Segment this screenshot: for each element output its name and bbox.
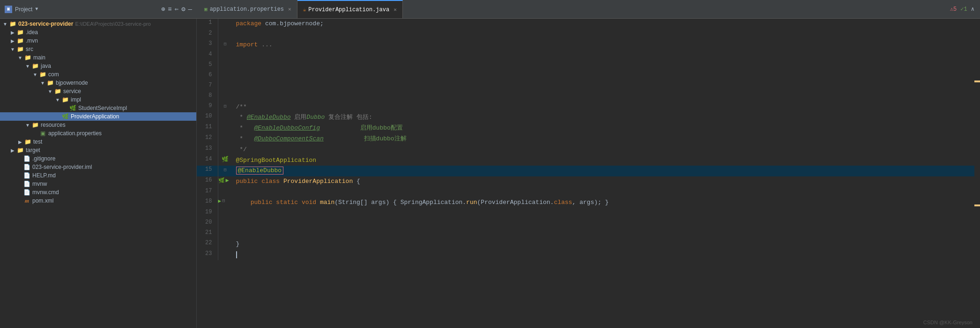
code-line-16: 16 🌿 ▶ public class ProviderApplication … <box>197 176 980 187</box>
line-content-4[interactable] <box>232 51 980 61</box>
line-content-12[interactable]: * @DubboComponentScan 扫描dubbo注解 <box>232 134 980 145</box>
help-label: HELP.md <box>32 172 56 179</box>
tab-label-props: application.properties <box>210 6 284 13</box>
tree-item-test[interactable]: ▶ 📁 test <box>0 138 196 146</box>
line-content-7[interactable] <box>232 81 980 92</box>
tree-item-com[interactable]: ▼ 📁 com <box>0 70 196 79</box>
line-content-13[interactable]: */ <box>232 145 980 155</box>
collapse-icon[interactable]: ⇐ <box>175 5 178 13</box>
code-line-8: 8 <box>197 92 980 102</box>
tree-item-gitignore[interactable]: 📄 .gitignore <box>0 154 196 163</box>
settings-icon[interactable]: ⚙ <box>181 5 185 13</box>
line-num-10: 10 <box>197 112 218 123</box>
line-content-14[interactable]: @SpringBootApplication <box>232 155 980 166</box>
layout-icon[interactable]: ≡ <box>168 6 171 13</box>
code-editor[interactable]: 1 package com.bjpowernode; 2 3 ⊟ impo <box>197 19 980 328</box>
gutter-2 <box>218 29 232 40</box>
tree-item-pomxml[interactable]: 𝒎 pom.xml <box>0 197 196 205</box>
line-content-9[interactable]: /** <box>232 102 980 113</box>
status-indicators: ⚠5 ✓1 ∧ <box>944 6 980 13</box>
line-content-1[interactable]: package com.bjpowernode; <box>232 19 980 29</box>
line-content-2[interactable] <box>232 29 980 40</box>
run-icon-16[interactable]: ▶ <box>226 177 229 184</box>
line-content-15[interactable]: @EnableDubbo <box>232 166 980 176</box>
tree-item-impl[interactable]: ▼ 📁 impl <box>0 95 196 104</box>
root-folder-icon: 📁 <box>8 21 17 27</box>
line-content-17[interactable] <box>232 187 980 197</box>
fold-icon-18[interactable]: ⊟ <box>222 198 225 204</box>
line-content-5[interactable] <box>232 61 980 71</box>
line-content-19[interactable] <box>232 208 980 219</box>
tree-item-mvn[interactable]: ▶ 📁 .mvn <box>0 36 196 45</box>
line-content-21[interactable] <box>232 229 980 239</box>
gutter-3: ⊟ <box>218 40 232 51</box>
main-arrow: ▼ <box>17 55 23 60</box>
test-arrow: ▶ <box>17 139 23 145</box>
tree-root[interactable]: ▼ 📁 023-service-provider E:\IDEA\Project… <box>0 20 196 28</box>
bjp-arrow: ▼ <box>39 80 46 86</box>
tree-item-service[interactable]: ▼ 📁 service <box>0 87 196 95</box>
fold-icon-15[interactable]: ⊟ <box>223 168 226 173</box>
minimize-icon[interactable]: — <box>188 6 192 13</box>
line-content-10[interactable]: * @EnableDubbo 启用Dubbo 复合注解 包括: <box>232 112 980 123</box>
line-num-4: 4 <box>197 51 218 61</box>
check-badge: ✓1 <box>960 6 967 13</box>
tree-item-java[interactable]: ▼ 📁 java <box>0 62 196 70</box>
gutter-15: ⊟ <box>218 166 232 176</box>
fold-icon-3[interactable]: ⊟ <box>223 42 226 47</box>
tree-item-provider-application[interactable]: 🌿 ProviderApplication <box>0 112 196 121</box>
ap-file-icon: ▣ <box>38 130 47 137</box>
gutter-12 <box>218 134 232 145</box>
tree-item-target[interactable]: ▶ 📁 target <box>0 146 196 154</box>
tree-item-app-props[interactable]: ▣ application.properties <box>0 129 196 138</box>
gutter-9: ⊟ <box>218 102 232 113</box>
warn-indicator-2 <box>974 204 980 206</box>
iml-label: 023-service-provider.iml <box>32 164 92 170</box>
line-content-23[interactable] <box>232 250 980 261</box>
line-content-20[interactable] <box>232 219 980 229</box>
line-num-16: 16 <box>197 176 218 187</box>
gutter-22 <box>218 239 232 250</box>
code-line-17: 17 <box>197 187 980 197</box>
tab-close-props[interactable]: ✕ <box>288 6 291 12</box>
line-content-16[interactable]: public class ProviderApplication { <box>232 176 980 187</box>
tree-item-mvnw-cmd[interactable]: 📄 mvnw.cmd <box>0 188 196 197</box>
line-content-18[interactable]: public static void main(String[] args) {… <box>232 197 980 208</box>
line-num-7: 7 <box>197 81 218 92</box>
line-content-8[interactable] <box>232 92 980 102</box>
bjp-folder-icon: 📁 <box>46 80 54 86</box>
main-folder-icon: 📁 <box>23 54 32 61</box>
root-path: E:\IDEA\Projects\023-service-pro <box>75 21 150 27</box>
tree-item-mvnw[interactable]: 📄 mvnw <box>0 180 196 188</box>
tab-label-java: ProviderApplication.java <box>308 7 389 13</box>
tree-item-bjpowernode[interactable]: ▼ 📁 bjpowernode <box>0 79 196 87</box>
com-folder-icon: 📁 <box>38 71 47 78</box>
line-content-3[interactable]: import ... <box>232 40 980 51</box>
tree-item-resources[interactable]: ▼ 📁 resources <box>0 121 196 129</box>
run-icon-18[interactable]: ▶ <box>218 198 222 204</box>
tree-item-idea[interactable]: ▶ 📁 .idea <box>0 28 196 36</box>
code-line-11: 11 * @EnableDubboConfig 启用dubbo配置 <box>197 123 980 134</box>
gutter-18: ▶ ⊟ <box>218 197 232 204</box>
gutter-11 <box>218 123 232 134</box>
src-label: src <box>26 46 33 52</box>
tree-item-helpmd[interactable]: 📄 HELP.md <box>0 171 196 180</box>
tree-item-main[interactable]: ▼ 📁 main <box>0 53 196 62</box>
tab-close-java[interactable]: ✕ <box>393 7 397 13</box>
gutter-1 <box>218 19 232 29</box>
tree-item-student-service-impl[interactable]: 🌿 StudentServiceImpl <box>0 104 196 112</box>
tab-provider-application[interactable]: ☕ ProviderApplication.java ✕ <box>297 0 403 18</box>
fold-icon-9[interactable]: ⊟ <box>223 104 226 109</box>
mvnwcmd-file-icon: 📄 <box>22 189 31 196</box>
line-content-11[interactable]: * @EnableDubboConfig 启用dubbo配置 <box>232 123 980 134</box>
tree-item-src[interactable]: ▼ 📁 src <box>0 45 196 53</box>
code-line-18: 18 ▶ ⊟ public static void main(String[] … <box>197 197 980 208</box>
tree-item-iml[interactable]: 📄 023-service-provider.iml <box>0 163 196 171</box>
idea-arrow: ▶ <box>9 30 16 35</box>
code-line-9: 9 ⊟ /** <box>197 102 980 113</box>
line-content-22[interactable]: } <box>232 239 980 250</box>
line-content-6[interactable] <box>232 71 980 81</box>
line-num-9: 9 <box>197 102 218 113</box>
add-icon[interactable]: ⊕ <box>161 5 165 13</box>
tab-application-properties[interactable]: ▣ application.properties ✕ <box>199 0 297 18</box>
